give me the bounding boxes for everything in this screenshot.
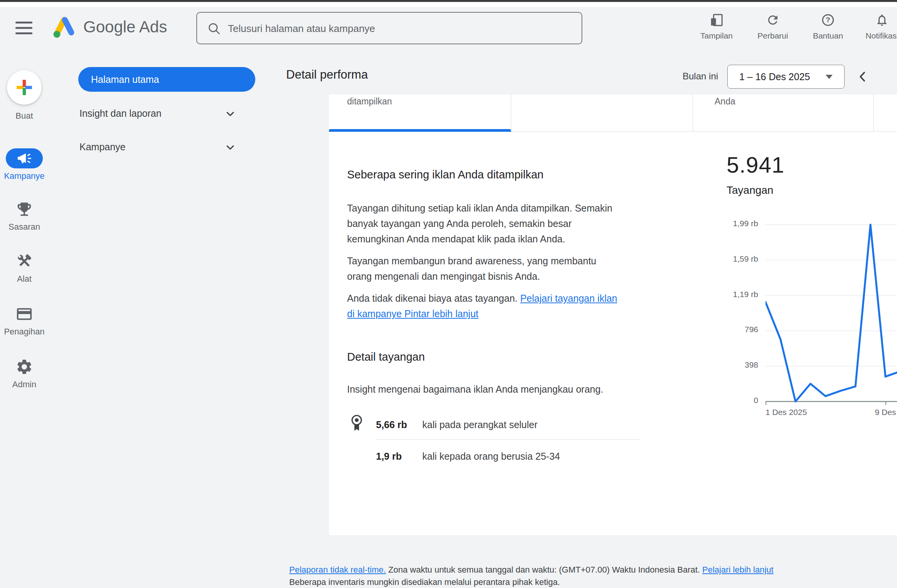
tab-divider <box>873 94 874 131</box>
help-button[interactable]: ? Bantuan <box>799 13 857 40</box>
sidebar-item-alat-label: Alat <box>0 274 49 284</box>
svg-text:?: ? <box>826 16 830 24</box>
date-range-label: Bulan ini <box>683 71 718 82</box>
notifications-label: Notifikasi <box>853 31 897 40</box>
y-axis-label: 398 <box>713 360 758 370</box>
create-button[interactable] <box>7 70 42 105</box>
y-axis-label: 796 <box>713 325 758 334</box>
sidebar-item-penagihan[interactable]: Penagihan <box>0 305 49 337</box>
stat-label: kali pada perangkat seluler <box>422 419 538 430</box>
x-axis-label: 9 Des <box>862 408 897 417</box>
tools-icon <box>0 252 49 270</box>
stat-divider <box>376 439 640 440</box>
appearance-label: Tampilan <box>688 31 745 40</box>
window-chrome-strip <box>0 2 897 7</box>
date-range-value: 1 – 16 Des 2025 <box>739 71 810 82</box>
caret-down-icon <box>826 75 833 79</box>
subnav-item-halaman-utama[interactable]: Halaman utama <box>78 67 255 92</box>
learn-more-link[interactable]: Pelajari lebih lanjut <box>702 565 774 575</box>
hamburger-icon <box>15 22 32 24</box>
columns-icon <box>688 13 745 29</box>
tab-divider <box>693 94 693 131</box>
bell-icon <box>853 13 897 29</box>
collapse-panel-button[interactable] <box>853 66 872 87</box>
detail-heading: Detail tayangan <box>347 351 425 363</box>
card-heading: Seberapa sering iklan Anda ditampilkan <box>347 168 543 181</box>
footer-line-2: Beberapa inventaris mungkin disediakan m… <box>289 577 560 587</box>
tab-4[interactable] <box>873 94 897 131</box>
tab-divider <box>511 94 511 131</box>
metric-label: Tayangan <box>727 184 773 197</box>
y-axis-label: 1,19 rb <box>713 290 758 299</box>
help-icon: ? <box>799 13 857 29</box>
refresh-icon <box>744 13 802 29</box>
stat-value: 5,66 rb <box>376 419 407 430</box>
x-axis-label: 1 Des 2025 <box>765 408 807 417</box>
paragraph-text: Anda tidak dikenai biaya atas tayangan. <box>347 293 520 304</box>
subnav-item-insight-label: Insight dan laporan <box>79 108 162 119</box>
trophy-icon <box>0 200 49 218</box>
google-ads-logo-icon <box>52 15 77 39</box>
chart-line <box>765 225 897 402</box>
refresh-label: Perbarui <box>744 31 802 40</box>
credit-card-icon <box>0 305 49 323</box>
footer-text: Zona waktu untuk semua tanggal dan waktu… <box>386 565 702 575</box>
subnav-item-kampanye-label: Kampanye <box>79 141 126 153</box>
sidebar-item-sasaran[interactable]: Sasaran <box>0 200 49 232</box>
sidebar-item-sasaran-label: Sasaran <box>0 222 49 232</box>
gear-icon <box>0 358 49 376</box>
help-label: Bantuan <box>799 31 857 40</box>
reporting-disclaimer-link[interactable]: Pelaporan tidak real-time. <box>289 565 386 575</box>
chevron-down-icon[interactable] <box>223 140 238 155</box>
search-box[interactable] <box>196 12 582 44</box>
plus-icon <box>15 79 33 96</box>
app-title: Google Ads <box>83 18 167 36</box>
subnav-item-halaman-utama-label: Halaman utama <box>91 74 159 85</box>
active-tab-underline <box>329 129 511 132</box>
page-title: Detail performa <box>286 68 368 82</box>
tab-impressions-label: ditampilkan <box>347 96 392 107</box>
card-paragraph: Tayangan dihitung setiap kali iklan Anda… <box>347 200 702 247</box>
subnav-item-kampanye[interactable]: Kampanye <box>79 138 222 155</box>
metric-total: 5.941 <box>727 152 784 178</box>
main-menu-button[interactable] <box>15 22 32 35</box>
y-axis-label: 0 <box>713 396 758 405</box>
appearance-button[interactable]: Tampilan <box>688 13 745 40</box>
sidebar-item-kampanye-label: Kampanye <box>0 171 49 181</box>
sidebar-item-penagihan-label: Penagihan <box>0 327 49 337</box>
search-input[interactable] <box>227 13 572 44</box>
tab-3-label: Anda <box>715 96 735 107</box>
detail-description: Insight mengenai bagaimana iklan Anda me… <box>347 384 603 395</box>
refresh-button[interactable]: Perbarui <box>744 13 802 40</box>
footer-line-1: Pelaporan tidak real-time. Zona waktu un… <box>289 565 774 575</box>
date-range-picker[interactable]: 1 – 16 Des 2025 <box>727 65 845 89</box>
subnav-item-insight[interactable]: Insight dan laporan <box>79 105 222 122</box>
sidebar-item-kampanye[interactable] <box>6 148 43 168</box>
create-label: Buat <box>0 111 49 121</box>
sidebar-item-admin[interactable]: Admin <box>0 358 49 390</box>
medal-icon <box>349 414 364 433</box>
megaphone-icon <box>17 151 32 166</box>
search-icon <box>207 22 221 35</box>
chevron-left-icon <box>855 69 870 84</box>
tab-2[interactable] <box>511 94 693 131</box>
y-axis-label: 1,59 rb <box>713 254 758 264</box>
y-axis-label: 1,99 rb <box>713 219 758 228</box>
stat-value: 1,9 rb <box>376 451 402 462</box>
notifications-button[interactable]: Notifikasi <box>853 13 897 40</box>
impressions-line-chart <box>765 220 897 412</box>
sidebar-item-alat[interactable]: Alat <box>0 252 49 284</box>
card-paragraph: Tayangan membangun brand awareness, yang… <box>347 253 702 284</box>
stat-label: kali kepada orang berusia 25-34 <box>422 451 560 462</box>
chevron-down-icon[interactable] <box>223 106 238 121</box>
sidebar-item-admin-label: Admin <box>0 380 49 390</box>
card-paragraph: Anda tidak dikenai biaya atas tayangan. … <box>347 291 702 321</box>
